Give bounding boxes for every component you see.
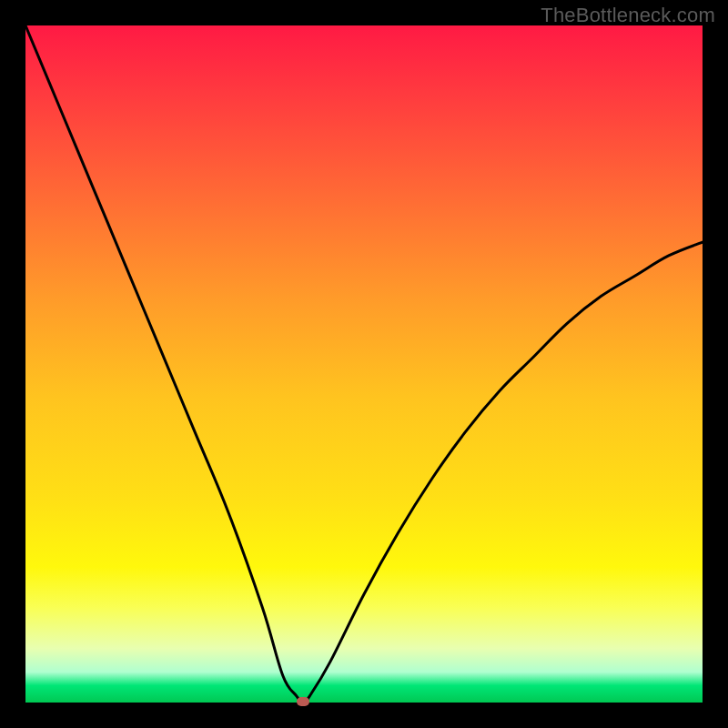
curve-path	[25, 25, 703, 703]
chart-frame	[25, 25, 703, 703]
watermark-text: TheBottleneck.com	[541, 4, 715, 27]
bottleneck-curve	[25, 25, 703, 703]
optimal-point-marker	[297, 697, 309, 706]
